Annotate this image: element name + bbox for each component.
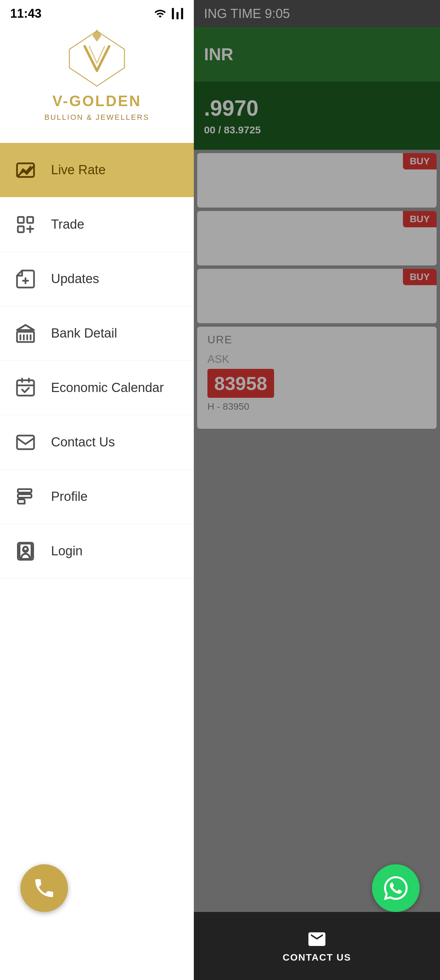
whatsapp-fab-button[interactable] bbox=[372, 864, 419, 912]
nav-item-login[interactable]: Login bbox=[0, 524, 194, 579]
login-icon bbox=[14, 539, 37, 563]
svg-rect-13 bbox=[17, 380, 34, 395]
logo-image bbox=[66, 28, 127, 89]
updates-icon bbox=[14, 267, 37, 291]
phone-icon bbox=[32, 876, 56, 900]
nav-item-trade[interactable]: Trade bbox=[0, 197, 194, 252]
nav-label-trade: Trade bbox=[51, 217, 84, 232]
nav-label-updates: Updates bbox=[51, 272, 99, 286]
logo-text-main: V-GOLDEN bbox=[52, 92, 141, 110]
svg-point-21 bbox=[24, 546, 28, 551]
nav-item-bank-detail[interactable]: Bank Detail bbox=[0, 306, 194, 361]
status-time: 11:43 bbox=[10, 6, 41, 21]
nav-label-live-rate: Live Rate bbox=[51, 163, 106, 177]
svg-rect-3 bbox=[18, 217, 24, 223]
svg-marker-1 bbox=[92, 30, 102, 42]
signal-icon bbox=[172, 8, 184, 20]
contact-us-icon bbox=[14, 430, 37, 454]
nav-item-updates[interactable]: Updates bbox=[0, 252, 194, 306]
live-rate-icon bbox=[14, 158, 37, 182]
svg-rect-4 bbox=[27, 217, 33, 223]
bank-detail-icon bbox=[14, 321, 37, 345]
svg-rect-17 bbox=[17, 436, 34, 449]
logo-text-sub: BULLION & JEWELLERS bbox=[44, 113, 149, 122]
contact-bar-icon bbox=[307, 929, 327, 950]
navigation-drawer: 11:43 V-GOLDEN bbox=[0, 0, 194, 980]
contact-bar-label: CONTACT US bbox=[283, 952, 351, 963]
logo-container: V-GOLDEN BULLION & JEWELLERS bbox=[44, 28, 149, 122]
nav-label-login: Login bbox=[51, 544, 83, 558]
nav-item-contact-us[interactable]: Contact Us bbox=[0, 415, 194, 469]
contact-us-bar[interactable]: CONTACT US bbox=[194, 912, 440, 980]
nav-label-economic-calendar: Economic Calendar bbox=[51, 380, 164, 395]
nav-label-bank-detail: Bank Detail bbox=[51, 326, 117, 340]
profile-icon bbox=[14, 485, 37, 509]
wifi-icon bbox=[154, 8, 166, 20]
status-icons bbox=[154, 8, 184, 20]
whatsapp-icon bbox=[384, 876, 408, 900]
phone-fab-button[interactable] bbox=[21, 864, 68, 912]
svg-rect-5 bbox=[18, 226, 24, 232]
trade-icon bbox=[14, 213, 37, 237]
status-bar: 11:43 bbox=[0, 0, 194, 27]
nav-label-contact-us: Contact Us bbox=[51, 435, 115, 450]
economic-calendar-icon bbox=[14, 376, 37, 400]
nav-item-profile[interactable]: Profile bbox=[0, 469, 194, 524]
nav-label-profile: Profile bbox=[51, 489, 88, 504]
nav-item-economic-calendar[interactable]: Economic Calendar bbox=[0, 361, 194, 415]
nav-item-live-rate[interactable]: Live Rate bbox=[0, 143, 194, 197]
